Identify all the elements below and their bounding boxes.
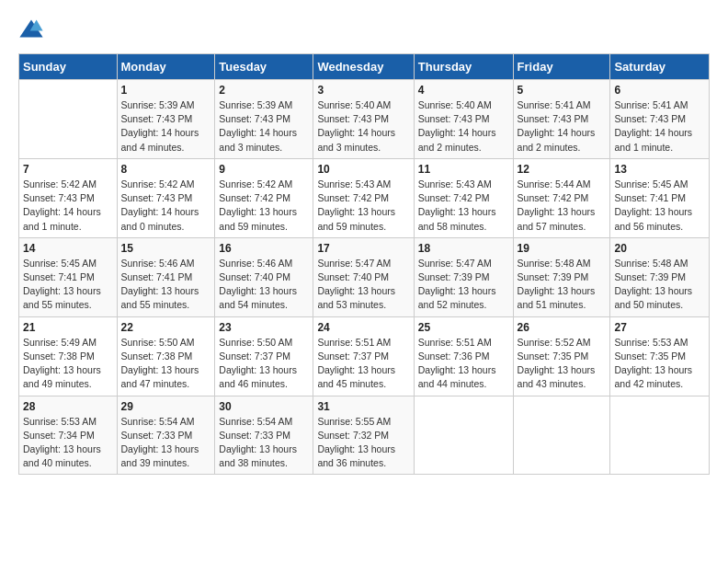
week-row-4: 21Sunrise: 5:49 AMSunset: 7:38 PMDayligh… xyxy=(19,316,710,396)
day-number: 17 xyxy=(317,242,409,255)
day-detail: Sunrise: 5:39 AMSunset: 7:43 PMDaylight:… xyxy=(219,98,309,155)
logo xyxy=(18,17,48,42)
day-number: 15 xyxy=(121,242,211,255)
col-header-thursday: Thursday xyxy=(414,54,513,80)
day-detail: Sunrise: 5:47 AMSunset: 7:40 PMDaylight:… xyxy=(317,257,409,313)
col-header-wednesday: Wednesday xyxy=(313,54,414,80)
cell-w4-d4: 24Sunrise: 5:51 AMSunset: 7:37 PMDayligh… xyxy=(313,316,414,396)
day-number: 7 xyxy=(23,163,113,176)
header xyxy=(18,17,710,42)
cell-w3-d6: 19Sunrise: 5:48 AMSunset: 7:39 PMDayligh… xyxy=(513,237,610,316)
day-detail: Sunrise: 5:46 AMSunset: 7:40 PMDaylight:… xyxy=(219,257,309,313)
calendar-table: SundayMondayTuesdayWednesdayThursdayFrid… xyxy=(18,53,710,475)
day-number: 18 xyxy=(418,242,509,255)
cell-w2-d2: 8Sunrise: 5:42 AMSunset: 7:43 PMDaylight… xyxy=(117,158,215,237)
day-detail: Sunrise: 5:47 AMSunset: 7:39 PMDaylight:… xyxy=(418,257,509,313)
day-detail: Sunrise: 5:48 AMSunset: 7:39 PMDaylight:… xyxy=(614,257,705,313)
week-row-3: 14Sunrise: 5:45 AMSunset: 7:41 PMDayligh… xyxy=(19,237,710,316)
day-number: 6 xyxy=(614,84,705,97)
day-number: 4 xyxy=(418,84,509,97)
col-header-friday: Friday xyxy=(513,54,610,80)
day-detail: Sunrise: 5:50 AMSunset: 7:38 PMDaylight:… xyxy=(121,336,211,392)
day-detail: Sunrise: 5:55 AMSunset: 7:32 PMDaylight:… xyxy=(317,415,409,471)
day-number: 1 xyxy=(121,84,211,97)
day-detail: Sunrise: 5:53 AMSunset: 7:34 PMDaylight:… xyxy=(23,415,113,471)
day-number: 10 xyxy=(317,163,409,176)
day-detail: Sunrise: 5:53 AMSunset: 7:35 PMDaylight:… xyxy=(614,336,705,392)
cell-w2-d3: 9Sunrise: 5:42 AMSunset: 7:42 PMDaylight… xyxy=(215,158,313,237)
col-header-saturday: Saturday xyxy=(610,54,710,80)
cell-w2-d6: 12Sunrise: 5:44 AMSunset: 7:42 PMDayligh… xyxy=(513,158,610,237)
day-number: 21 xyxy=(23,321,113,334)
day-detail: Sunrise: 5:41 AMSunset: 7:43 PMDaylight:… xyxy=(614,98,705,155)
day-number: 26 xyxy=(518,321,607,334)
cell-w5-d1: 28Sunrise: 5:53 AMSunset: 7:34 PMDayligh… xyxy=(19,396,118,475)
cell-w3-d3: 16Sunrise: 5:46 AMSunset: 7:40 PMDayligh… xyxy=(215,237,313,316)
day-detail: Sunrise: 5:48 AMSunset: 7:39 PMDaylight:… xyxy=(518,257,607,313)
day-detail: Sunrise: 5:42 AMSunset: 7:43 PMDaylight:… xyxy=(23,178,113,234)
col-header-sunday: Sunday xyxy=(19,54,118,80)
cell-w2-d1: 7Sunrise: 5:42 AMSunset: 7:43 PMDaylight… xyxy=(19,158,118,237)
cell-w5-d2: 29Sunrise: 5:54 AMSunset: 7:33 PMDayligh… xyxy=(117,396,215,475)
cell-w5-d6 xyxy=(513,396,610,475)
day-number: 2 xyxy=(219,84,309,97)
week-row-1: 1Sunrise: 5:39 AMSunset: 7:43 PMDaylight… xyxy=(19,80,710,159)
day-number: 20 xyxy=(614,242,705,255)
day-number: 24 xyxy=(317,321,409,334)
day-detail: Sunrise: 5:54 AMSunset: 7:33 PMDaylight:… xyxy=(219,415,309,471)
cell-w1-d5: 4Sunrise: 5:40 AMSunset: 7:43 PMDaylight… xyxy=(414,80,513,159)
day-detail: Sunrise: 5:40 AMSunset: 7:43 PMDaylight:… xyxy=(418,98,509,155)
day-detail: Sunrise: 5:51 AMSunset: 7:37 PMDaylight:… xyxy=(317,336,409,392)
cell-w3-d1: 14Sunrise: 5:45 AMSunset: 7:41 PMDayligh… xyxy=(19,237,118,316)
day-detail: Sunrise: 5:45 AMSunset: 7:41 PMDaylight:… xyxy=(614,178,705,234)
day-detail: Sunrise: 5:43 AMSunset: 7:42 PMDaylight:… xyxy=(418,178,509,234)
cell-w5-d4: 31Sunrise: 5:55 AMSunset: 7:32 PMDayligh… xyxy=(313,396,414,475)
cell-w4-d1: 21Sunrise: 5:49 AMSunset: 7:38 PMDayligh… xyxy=(19,316,118,396)
cell-w2-d5: 11Sunrise: 5:43 AMSunset: 7:42 PMDayligh… xyxy=(414,158,513,237)
cell-w5-d3: 30Sunrise: 5:54 AMSunset: 7:33 PMDayligh… xyxy=(215,396,313,475)
cell-w1-d3: 2Sunrise: 5:39 AMSunset: 7:43 PMDaylight… xyxy=(215,80,313,159)
cell-w2-d7: 13Sunrise: 5:45 AMSunset: 7:41 PMDayligh… xyxy=(610,158,710,237)
cell-w2-d4: 10Sunrise: 5:43 AMSunset: 7:42 PMDayligh… xyxy=(313,158,414,237)
cell-w1-d6: 5Sunrise: 5:41 AMSunset: 7:43 PMDaylight… xyxy=(513,80,610,159)
day-detail: Sunrise: 5:51 AMSunset: 7:36 PMDaylight:… xyxy=(418,336,509,392)
day-number: 28 xyxy=(23,400,113,413)
day-number: 31 xyxy=(317,400,409,413)
day-number: 8 xyxy=(121,163,211,176)
cell-w5-d5 xyxy=(414,396,513,475)
day-number: 14 xyxy=(23,242,113,255)
day-number: 29 xyxy=(121,400,211,413)
cell-w4-d2: 22Sunrise: 5:50 AMSunset: 7:38 PMDayligh… xyxy=(117,316,215,396)
day-number: 25 xyxy=(418,321,509,334)
day-detail: Sunrise: 5:42 AMSunset: 7:43 PMDaylight:… xyxy=(121,178,211,234)
page: SundayMondayTuesdayWednesdayThursdayFrid… xyxy=(0,0,728,484)
cell-w3-d5: 18Sunrise: 5:47 AMSunset: 7:39 PMDayligh… xyxy=(414,237,513,316)
day-detail: Sunrise: 5:39 AMSunset: 7:43 PMDaylight:… xyxy=(121,98,211,155)
day-detail: Sunrise: 5:54 AMSunset: 7:33 PMDaylight:… xyxy=(121,415,211,471)
day-number: 27 xyxy=(614,321,705,334)
cell-w1-d4: 3Sunrise: 5:40 AMSunset: 7:43 PMDaylight… xyxy=(313,80,414,159)
day-number: 16 xyxy=(219,242,309,255)
cell-w1-d7: 6Sunrise: 5:41 AMSunset: 7:43 PMDaylight… xyxy=(610,80,710,159)
cell-w5-d7 xyxy=(610,396,710,475)
cell-w3-d4: 17Sunrise: 5:47 AMSunset: 7:40 PMDayligh… xyxy=(313,237,414,316)
col-header-monday: Monday xyxy=(117,54,215,80)
cell-w4-d6: 26Sunrise: 5:52 AMSunset: 7:35 PMDayligh… xyxy=(513,316,610,396)
cell-w4-d5: 25Sunrise: 5:51 AMSunset: 7:36 PMDayligh… xyxy=(414,316,513,396)
cell-w1-d1 xyxy=(19,80,118,159)
day-detail: Sunrise: 5:42 AMSunset: 7:42 PMDaylight:… xyxy=(219,178,309,234)
day-detail: Sunrise: 5:46 AMSunset: 7:41 PMDaylight:… xyxy=(121,257,211,313)
day-detail: Sunrise: 5:49 AMSunset: 7:38 PMDaylight:… xyxy=(23,336,113,392)
day-number: 12 xyxy=(518,163,607,176)
day-detail: Sunrise: 5:45 AMSunset: 7:41 PMDaylight:… xyxy=(23,257,113,313)
day-number: 3 xyxy=(317,84,409,97)
day-detail: Sunrise: 5:43 AMSunset: 7:42 PMDaylight:… xyxy=(317,178,409,234)
week-row-2: 7Sunrise: 5:42 AMSunset: 7:43 PMDaylight… xyxy=(19,158,710,237)
day-number: 13 xyxy=(614,163,705,176)
cell-w4-d3: 23Sunrise: 5:50 AMSunset: 7:37 PMDayligh… xyxy=(215,316,313,396)
day-number: 9 xyxy=(219,163,309,176)
day-number: 22 xyxy=(121,321,211,334)
day-number: 19 xyxy=(518,242,607,255)
week-row-5: 28Sunrise: 5:53 AMSunset: 7:34 PMDayligh… xyxy=(19,396,710,475)
logo-icon xyxy=(18,17,44,42)
